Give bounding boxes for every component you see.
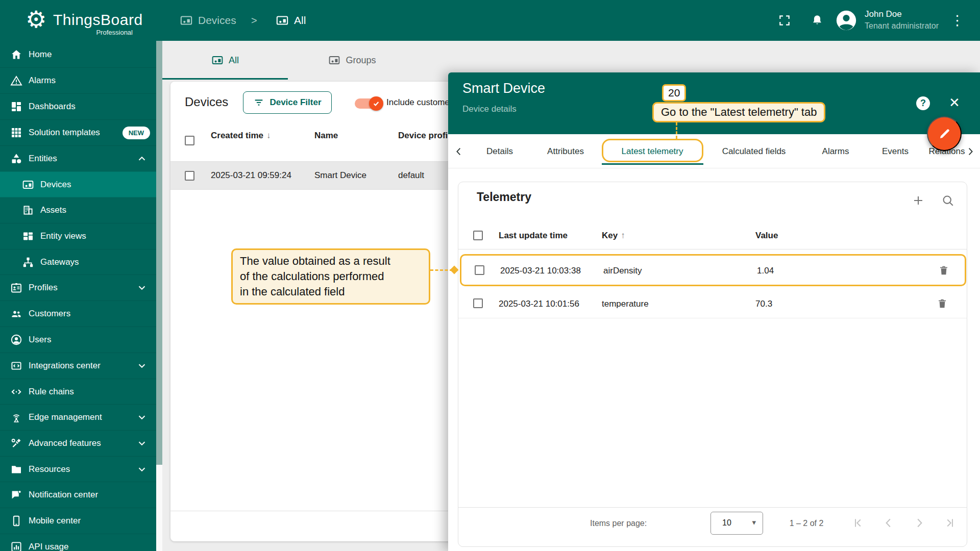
breadcrumb-all[interactable]: All [276, 0, 306, 41]
breadcrumb-devices[interactable]: Devices [180, 0, 236, 41]
sidebar-item-dashboards[interactable]: Dashboards [0, 93, 156, 119]
row-checkbox[interactable] [473, 298, 483, 308]
delete-icon[interactable] [937, 297, 948, 310]
pencil-icon [938, 127, 951, 141]
close-icon[interactable]: ✕ [947, 95, 962, 110]
sidebar: Home Alarms Dashboards Solution template… [0, 41, 162, 551]
column-value[interactable]: Value [755, 231, 778, 241]
column-device-profile[interactable]: Device profil [398, 131, 450, 141]
rule-chains-icon [10, 386, 22, 398]
edge-antenna-icon [10, 411, 22, 423]
sidebar-item-label: Customers [29, 309, 70, 319]
fullscreen-icon[interactable] [778, 14, 791, 27]
sidebar-item-api-usage[interactable]: API usage [0, 534, 156, 551]
chevron-down-icon [136, 412, 148, 423]
sidebar-item-gateways[interactable]: Gateways [0, 249, 156, 275]
telemetry-key: airDensity [603, 266, 642, 276]
column-name[interactable]: Name [314, 131, 338, 141]
help-icon[interactable]: ? [916, 96, 930, 110]
sidebar-item-home[interactable]: Home [0, 41, 156, 67]
step-number-badge: 20 [662, 84, 686, 102]
next-page-icon[interactable] [913, 516, 926, 530]
include-customer-toggle[interactable] [355, 98, 381, 109]
avatar[interactable] [835, 9, 858, 32]
panel-subtitle: Device details [462, 104, 517, 114]
previous-page-icon[interactable] [882, 516, 895, 530]
sidebar-item-edge-management[interactable]: Edge management [0, 404, 156, 430]
sidebar-item-entities[interactable]: Entities [0, 145, 156, 171]
devices-title: Devices [185, 95, 228, 109]
gateways-icon [22, 256, 34, 268]
sidebar-item-users[interactable]: Users [0, 327, 156, 353]
telemetry-row[interactable]: 2025-03-21 10:01:56 temperature 70.3 [458, 288, 967, 318]
tab-details[interactable]: Details [486, 134, 513, 168]
row-checkbox[interactable] [475, 265, 484, 275]
top-bar: ⚙ ThingsBoard Professional Devices > All… [0, 0, 980, 41]
annotation-note-line: The value obtained as a result [240, 254, 422, 269]
search-icon[interactable] [941, 194, 954, 207]
home-icon [10, 48, 22, 61]
sidebar-item-integrations-center[interactable]: Integrations center [0, 353, 156, 379]
device-icon [180, 14, 193, 27]
sidebar-item-label: Home [29, 49, 52, 60]
column-created-time[interactable]: Created time↓ [211, 131, 271, 141]
first-page-icon[interactable] [851, 516, 865, 530]
telemetry-row-highlighted[interactable]: 2025-03-21 10:03:38 airDensity 1.04 [460, 254, 966, 286]
device-filter-label: Device Filter [270, 97, 321, 108]
sidebar-item-label: Gateways [40, 257, 79, 267]
sidebar-item-profiles[interactable]: Profiles [0, 274, 156, 300]
sidebar-item-label: Alarms [29, 76, 56, 86]
column-last-update-time[interactable]: Last update time [499, 231, 568, 241]
telemetry-time: 2025-03-21 10:01:56 [499, 299, 579, 309]
tab-all[interactable]: All [162, 41, 288, 80]
sidebar-item-resources[interactable]: Resources [0, 456, 156, 482]
user-menu-kebab-icon[interactable]: ⋮ [950, 12, 964, 29]
sidebar-item-notification-center[interactable]: Notification center [0, 482, 156, 508]
tab-attributes[interactable]: Attributes [547, 134, 584, 168]
tab-calculated-fields[interactable]: Calculated fields [722, 134, 786, 168]
sidebar-scrollbar-thumb[interactable] [156, 41, 162, 465]
delete-icon[interactable] [938, 264, 949, 277]
last-page-icon[interactable] [943, 516, 957, 530]
sidebar-item-label: Devices [40, 180, 71, 190]
items-per-page-label: Items per page: [590, 519, 647, 528]
sidebar-item-customers[interactable]: Customers [0, 300, 156, 327]
select-all-checkbox[interactable] [185, 136, 194, 145]
select-all-checkbox[interactable] [473, 231, 483, 240]
device-filter-button[interactable]: Device Filter [243, 91, 332, 114]
tab-alarms[interactable]: Alarms [822, 134, 849, 168]
sidebar-item-alarms[interactable]: Alarms [0, 67, 156, 93]
customers-icon [10, 308, 22, 320]
page-size-select[interactable]: 10 ▾ [710, 512, 763, 535]
mobile-phone-icon [10, 515, 22, 527]
sidebar-item-label: Dashboards [29, 102, 76, 112]
column-key[interactable]: Key↑ [602, 231, 625, 241]
device-icon [211, 54, 224, 66]
row-checkbox[interactable] [185, 171, 194, 181]
api-usage-chart-icon [10, 541, 22, 551]
sidebar-item-label: Advanced features [29, 438, 101, 448]
tab-label: All [229, 55, 239, 66]
entities-icon [10, 153, 22, 165]
tab-groups[interactable]: Groups [288, 41, 416, 80]
tabs-scroll-right-icon[interactable] [965, 146, 976, 157]
highlight-outline-latest-telemetry [602, 139, 703, 162]
devices-icon [22, 179, 34, 191]
sidebar-item-entity-views[interactable]: Entity views [0, 223, 156, 249]
tab-events[interactable]: Events [882, 134, 909, 168]
sidebar-item-solution-templates[interactable]: Solution templates NEW [0, 119, 156, 145]
sidebar-item-rule-chains[interactable]: Rule chains [0, 379, 156, 405]
tabs-scroll-left-icon[interactable] [453, 146, 464, 157]
annotation-note-line: in the calculated field [240, 284, 422, 299]
sidebar-item-label: Assets [40, 205, 66, 215]
sidebar-item-label: Mobile center [29, 516, 81, 526]
users-icon [10, 334, 22, 346]
add-telemetry-icon[interactable] [912, 194, 925, 207]
edit-fab-button[interactable] [927, 116, 962, 151]
notifications-bell-icon[interactable] [811, 14, 824, 27]
solution-templates-icon [10, 127, 22, 139]
sidebar-item-mobile-center[interactable]: Mobile center [0, 508, 156, 534]
sidebar-item-assets[interactable]: Assets [0, 197, 156, 223]
sidebar-item-devices[interactable]: Devices [0, 171, 156, 197]
sidebar-item-advanced-features[interactable]: Advanced features [0, 430, 156, 456]
